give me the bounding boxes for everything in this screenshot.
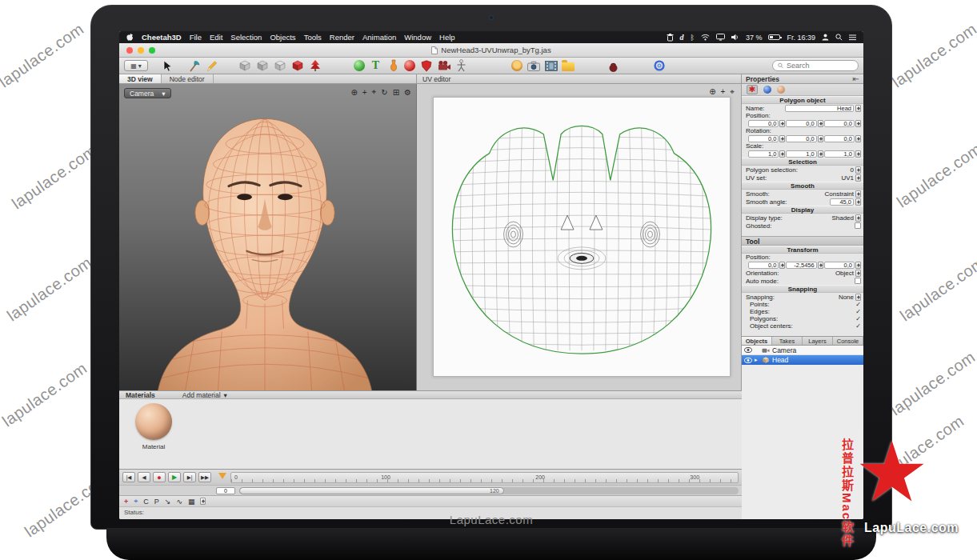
menu-render[interactable]: Render: [330, 33, 354, 42]
red-sphere-icon[interactable]: [404, 60, 415, 71]
toolbar-search[interactable]: [772, 60, 859, 71]
polygons-checkmark[interactable]: ✓: [855, 315, 861, 322]
stepper[interactable]: [779, 262, 785, 269]
move-tool-icon[interactable]: ⌖: [134, 497, 138, 506]
scale-x-field[interactable]: 1,0: [748, 150, 779, 158]
stepper[interactable]: [855, 150, 861, 158]
timeline-scrollbar[interactable]: 120: [239, 487, 739, 494]
position-x-field[interactable]: 0,0: [748, 120, 779, 127]
stepper[interactable]: [855, 105, 861, 112]
material-properties-tab[interactable]: ✱: [747, 85, 758, 94]
dictation-status-icon[interactable]: d: [680, 33, 684, 42]
rotation-z-field[interactable]: 0,0: [824, 135, 855, 142]
shield-icon[interactable]: [419, 59, 433, 73]
select-cursor-icon[interactable]: [161, 59, 174, 73]
lion-render-icon[interactable]: [511, 60, 523, 71]
minimize-button[interactable]: [138, 47, 144, 54]
array-tree-icon[interactable]: [308, 59, 322, 73]
pan-tool-icon[interactable]: +: [362, 88, 367, 97]
uv-set-value[interactable]: UV1: [841, 174, 854, 182]
notification-center-icon[interactable]: [849, 34, 856, 41]
current-frame-field[interactable]: 0: [216, 487, 235, 494]
window-titlebar[interactable]: NewHead3-UVUnwrap_byTg.jas: [119, 43, 863, 58]
object-centers-checkmark[interactable]: ✓: [855, 322, 861, 330]
menu-app-name[interactable]: Cheetah3D: [142, 33, 182, 42]
menu-file[interactable]: File: [190, 33, 202, 42]
arrow-tool-icon[interactable]: ↘: [165, 498, 171, 506]
orbit-tool-icon[interactable]: ⊕: [350, 88, 357, 97]
stepper[interactable]: [855, 135, 861, 142]
red-polyhedron-icon[interactable]: [290, 59, 304, 73]
camera-view-dropdown[interactable]: Camera ▾: [124, 88, 171, 98]
stepper[interactable]: [855, 198, 861, 206]
eye-icon[interactable]: [744, 358, 752, 363]
split-view-icon[interactable]: ⊞: [393, 88, 399, 97]
bluetooth-icon[interactable]: ᛒ: [691, 34, 695, 42]
movie-camera-icon[interactable]: [437, 59, 450, 73]
tool-position-z-field[interactable]: 0,0: [824, 262, 855, 269]
lathe-vase-icon[interactable]: [386, 59, 400, 73]
disclosure-triangle[interactable]: ▸: [755, 357, 759, 363]
play-button[interactable]: ▶: [168, 472, 181, 482]
ghosted-checkbox[interactable]: [855, 222, 861, 229]
stepper[interactable]: [779, 120, 785, 127]
stepper[interactable]: [855, 214, 861, 222]
stepper[interactable]: [855, 262, 861, 269]
name-field[interactable]: Head: [785, 105, 854, 112]
stepper[interactable]: [855, 174, 861, 182]
playhead-marker[interactable]: [218, 473, 226, 479]
menubar-clock[interactable]: Fr. 16:39: [787, 34, 815, 42]
go-to-end-button[interactable]: ▶▶: [198, 472, 211, 482]
step-back-button[interactable]: ◀: [138, 472, 150, 482]
rotation-x-field[interactable]: 0,0: [748, 135, 779, 142]
smooth-angle-field[interactable]: 45,0: [830, 198, 854, 206]
3d-viewport[interactable]: Camera ▾ ⊕ + ⌖ ↻ ⊞ ⚙: [119, 84, 417, 390]
stepper[interactable]: [855, 270, 861, 277]
search-input[interactable]: [787, 62, 853, 70]
stepper[interactable]: [818, 135, 823, 142]
object-row-head[interactable]: ▸ Head: [742, 355, 863, 365]
object-properties-tab[interactable]: [763, 86, 771, 94]
3d-head-model[interactable]: [129, 95, 401, 390]
close-button[interactable]: [126, 47, 133, 54]
position-z-field[interactable]: 0,0: [824, 120, 855, 127]
wifi-icon[interactable]: [701, 34, 710, 41]
material-preview-sphere[interactable]: [135, 403, 172, 440]
knot-icon[interactable]: [652, 59, 666, 73]
object-label-camera[interactable]: Camera: [772, 346, 796, 354]
uv-canvas[interactable]: [433, 97, 731, 377]
smooth-value[interactable]: Constraint: [825, 190, 854, 198]
text-tool-icon[interactable]: T: [369, 59, 382, 73]
polygon-cube-icon[interactable]: [255, 59, 269, 73]
menu-edit[interactable]: Edit: [210, 33, 222, 42]
rotation-y-field[interactable]: 0,0: [786, 135, 816, 142]
volume-icon[interactable]: [731, 34, 739, 41]
snapping-value[interactable]: None: [839, 294, 854, 301]
viewport-layout-button[interactable]: ▦ ▾: [124, 60, 148, 71]
pencil-tool-icon[interactable]: [205, 59, 218, 73]
tool-position-y-field[interactable]: -2,5456: [786, 262, 816, 269]
polygon-cube-icon[interactable]: [273, 59, 286, 73]
view-settings-icon[interactable]: ⚙: [404, 88, 411, 97]
record-button[interactable]: ●: [153, 472, 166, 482]
position-y-field[interactable]: 0,0: [786, 120, 816, 127]
points-checkmark[interactable]: ✓: [855, 301, 861, 308]
add-material-dropdown[interactable]: Add material ▾: [182, 391, 227, 399]
tab-objects[interactable]: Objects: [742, 337, 772, 345]
timeline-scrollbar-thumb[interactable]: 120: [239, 487, 504, 494]
stepper[interactable]: [818, 150, 823, 158]
spotlight-search-icon[interactable]: [835, 34, 843, 41]
menu-objects[interactable]: Objects: [270, 33, 295, 42]
go-to-start-button[interactable]: |◀: [122, 472, 135, 482]
stepper[interactable]: [818, 120, 823, 127]
stepper[interactable]: [855, 190, 861, 198]
eye-icon[interactable]: [744, 347, 752, 353]
menu-selection[interactable]: Selection: [230, 33, 262, 42]
step-forward-button[interactable]: ▶|: [183, 472, 196, 482]
back-arrow-icon[interactable]: ⇤: [853, 74, 859, 83]
add-keyframe-icon[interactable]: +: [124, 498, 128, 506]
camera-icon[interactable]: [527, 59, 540, 73]
tab-node-editor[interactable]: Node editor: [162, 74, 214, 83]
orientation-value[interactable]: Object: [835, 270, 854, 277]
menu-tools[interactable]: Tools: [304, 33, 322, 42]
